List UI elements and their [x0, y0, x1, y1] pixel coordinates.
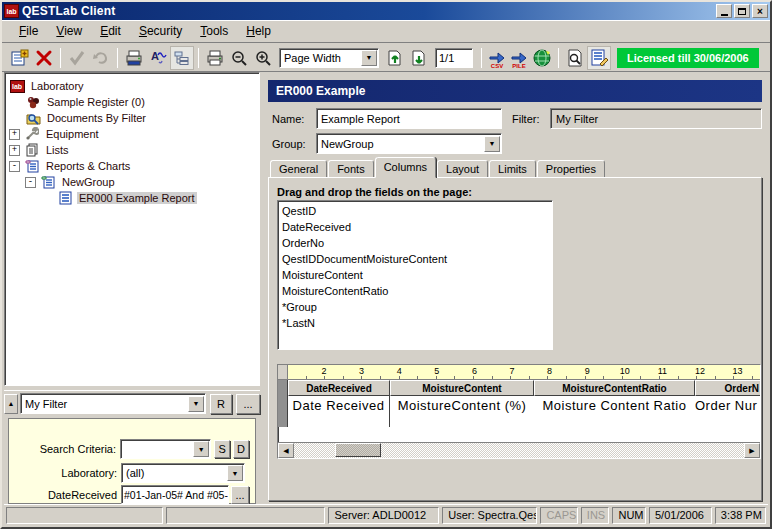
refresh-filter-button[interactable]: R [210, 394, 232, 414]
tab-strip: General Fonts Columns Layout Limits Prop… [270, 158, 606, 178]
tab-layout[interactable]: Layout [437, 160, 488, 178]
zoom-out-button[interactable] [227, 46, 251, 70]
maximize-button[interactable] [734, 4, 750, 18]
tree-item-equipment[interactable]: + Equipment [9, 126, 259, 142]
tree-item-newgroup[interactable]: - NewGroup [9, 174, 259, 190]
search-criteria-select[interactable]: ▼ [120, 439, 211, 459]
field-list-item[interactable]: *LastN [282, 315, 548, 331]
preview-cell[interactable]: Moisture Content Ratio [534, 396, 695, 427]
collapse-filter-button[interactable]: ▲ [4, 394, 18, 414]
field-list-item[interactable]: DateReceived [282, 219, 548, 235]
minimize-icon [721, 14, 728, 16]
menu-tools[interactable]: Tools [191, 21, 237, 41]
menu-edit[interactable]: Edit [91, 21, 130, 41]
outline-view-button[interactable] [170, 46, 194, 70]
export-file-button[interactable]: PILE [508, 47, 530, 69]
outline-icon [173, 49, 191, 67]
print-button[interactable] [203, 46, 227, 70]
status-bar: Server: ADLD0012 User: Spectra.Qest CAPS… [4, 504, 768, 525]
tab-fonts[interactable]: Fonts [328, 160, 374, 178]
report-icon [57, 191, 73, 205]
name-input[interactable]: Example Report [316, 108, 502, 129]
toolbar: A Page Width ▼ 1/1 CSV [2, 44, 770, 72]
tree-item-documents-by-filter[interactable]: Documents By Filter [9, 110, 259, 126]
scrollbar-track[interactable] [294, 443, 744, 458]
undo-button[interactable] [89, 46, 113, 70]
ruler-number: 9 [585, 366, 590, 376]
field-list-item[interactable]: MoistureContentRatio [282, 283, 548, 299]
undo-icon [92, 49, 110, 67]
collapse-icon[interactable]: - [9, 161, 20, 172]
print-preview-button[interactable] [563, 46, 587, 70]
column-header[interactable]: OrderN [695, 380, 761, 396]
field-list-item[interactable]: *Group [282, 299, 548, 315]
group-select[interactable]: NewGroup ▼ [316, 133, 502, 154]
expand-icon[interactable]: + [9, 129, 20, 140]
filter-select[interactable]: My Filter ▼ [20, 393, 206, 414]
chevron-down-icon[interactable]: ▼ [188, 396, 204, 412]
edit-template-button[interactable] [587, 46, 611, 70]
menu-view[interactable]: View [47, 21, 91, 41]
field-list-item[interactable]: MoistureContent [282, 267, 548, 283]
column-header[interactable]: MoistureContentRatio [534, 380, 695, 396]
status-time: 3:38 PM [715, 507, 766, 524]
search-button[interactable]: S [214, 440, 230, 458]
chevron-down-icon[interactable]: ▼ [227, 465, 243, 481]
tab-columns[interactable]: Columns [375, 157, 436, 178]
tree-item-reports-charts[interactable]: - Reports & Charts [9, 158, 259, 174]
scroll-right-button[interactable]: ▶ [744, 443, 760, 458]
status-server: Server: ADLD0012 [328, 507, 439, 524]
lists-icon [24, 143, 40, 157]
column-header[interactable]: MoistureContent [390, 380, 534, 396]
page-layout-preview[interactable]: 2 3 4 5 6 7 8 9 10 11 12 13 [277, 364, 761, 459]
status-num: NUM [612, 507, 646, 524]
collapse-icon[interactable]: - [25, 177, 36, 188]
zoom-mode-select[interactable]: Page Width ▼ [279, 48, 379, 68]
tree-item-sample-register[interactable]: Sample Register (0) [9, 94, 259, 110]
chevron-down-icon[interactable]: ▼ [484, 136, 500, 152]
save-button[interactable] [122, 46, 146, 70]
scrollbar-thumb[interactable] [335, 443, 381, 457]
ruler-number: 5 [434, 366, 439, 376]
expand-icon[interactable]: + [9, 145, 20, 156]
delete-criteria-button[interactable]: D [233, 440, 249, 458]
column-header[interactable]: DateReceived [288, 380, 390, 396]
preview-cell[interactable]: Date Received [288, 396, 390, 427]
date-received-input[interactable]: #01-Jan-05# And #05- [121, 485, 229, 504]
horizontal-scrollbar[interactable]: ◀ ▶ [278, 442, 760, 458]
menu-file[interactable]: File [10, 21, 47, 41]
preview-cell[interactable]: MoistureContent (%) [390, 396, 534, 427]
tab-properties[interactable]: Properties [537, 160, 605, 178]
tab-limits[interactable]: Limits [489, 160, 536, 178]
preview-cell[interactable]: Order Nur [695, 396, 761, 427]
menu-security[interactable]: Security [130, 21, 191, 41]
chevron-down-icon[interactable]: ▼ [193, 441, 209, 457]
tab-general[interactable]: General [270, 160, 327, 178]
close-button[interactable]: × [752, 4, 768, 18]
field-list-item[interactable]: QestIDDocumentMoistureContent [282, 251, 548, 267]
field-list-item[interactable]: OrderNo [282, 235, 548, 251]
menu-help[interactable]: Help [237, 21, 280, 41]
tree-item-laboratory[interactable]: lab Laboratory [9, 78, 259, 94]
delete-button[interactable] [32, 46, 56, 70]
next-page-button[interactable] [407, 46, 431, 70]
laboratory-select[interactable]: (all) ▼ [121, 463, 245, 483]
page-indicator[interactable]: 1/1 [435, 48, 473, 68]
field-list-item[interactable]: QestID [282, 203, 548, 219]
web-button[interactable] [530, 46, 554, 70]
previous-page-button[interactable] [383, 46, 407, 70]
minimize-button[interactable] [716, 4, 732, 18]
apply-button[interactable] [65, 46, 89, 70]
tree-item-er000-example-report[interactable]: ER000 Example Report [9, 190, 259, 206]
fields-listbox[interactable]: QestID DateReceived OrderNo QestIDDocume… [277, 200, 553, 350]
date-more-button[interactable]: ... [231, 486, 249, 504]
zoom-in-button[interactable] [251, 46, 275, 70]
tree-item-lists[interactable]: + Lists [9, 142, 259, 158]
group-label: Group: [272, 138, 316, 150]
spellcheck-button[interactable]: A [146, 46, 170, 70]
scroll-left-button[interactable]: ◀ [278, 443, 294, 458]
new-report-button[interactable] [8, 46, 32, 70]
chevron-down-icon[interactable]: ▼ [361, 50, 377, 66]
export-csv-button[interactable]: CSV [486, 47, 508, 69]
filter-more-button[interactable]: ... [236, 394, 260, 414]
